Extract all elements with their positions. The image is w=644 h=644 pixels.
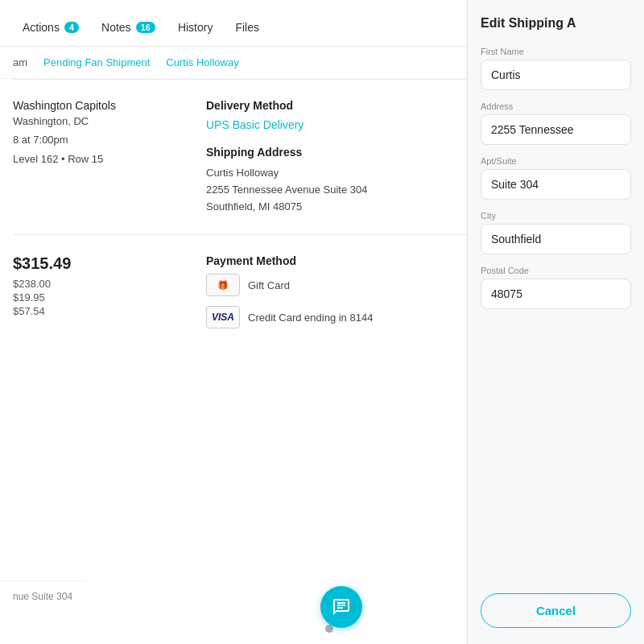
order-row: am Pending Fan Shipment Curtis Holloway [0,47,507,79]
tab-bar: Actions 4 Notes 16 History Files [0,0,507,47]
field-address: Address [481,101,631,145]
field-apt-suite: Apt/Suite [481,156,631,200]
input-address[interactable] [481,114,631,145]
price-line-2: $57.54 [13,305,174,317]
event-seating: Level 162 • Row 15 [13,150,174,168]
input-apt-suite[interactable] [481,169,631,200]
tab-notes[interactable]: Notes 16 [92,14,165,42]
delivery-method[interactable]: UPS Basic Delivery [206,118,494,131]
event-name: Washington Capitols [13,99,174,112]
main-content: Actions 4 Notes 16 History Files am Pend… [0,0,507,644]
visa-icon: VISA [206,306,240,328]
address-footer: nue Suite 304 [0,580,85,612]
order-agent[interactable]: Curtis Holloway [166,56,238,68]
event-date: 8 at 7:00pm [13,130,174,149]
price-line-1: $19.95 [13,291,174,303]
order-status[interactable]: Pending Fan Shipment [43,56,150,68]
price-line-0: $238.00 [13,278,174,290]
tab-files-label: Files [235,21,259,34]
tab-history[interactable]: History [168,14,223,42]
price-block: $315.49 $238.00 $19.95 $57.54 [13,254,174,338]
label-city: City [481,211,631,221]
field-city: City [481,211,631,254]
gift-card-label: Gift Card [248,279,290,291]
event-city: Washington, DC [13,112,174,130]
chat-icon [332,597,351,617]
payment-label: Payment Method [206,254,494,267]
edit-shipping-panel: Edit Shipping A First Name Address Apt/S… [467,0,644,644]
shipping-label: Shipping Address [206,146,494,159]
order-time: am [13,56,27,68]
label-address: Address [481,101,631,111]
field-first-name: First Name [481,47,631,90]
tab-actions[interactable]: Actions 4 [13,14,89,42]
payment-methods: Payment Method 🎁 Gift Card VISA Credit C… [206,254,494,338]
input-postal-code[interactable] [481,279,631,309]
label-postal-code: Postal Code [481,266,631,275]
shipping-name: Curtis Holloway [206,165,494,182]
order-detail: Washington Capitols Washington, DC 8 at … [0,80,507,234]
tab-notes-badge: 16 [136,22,155,33]
label-apt-suite: Apt/Suite [481,156,631,166]
tab-files[interactable]: Files [225,14,269,42]
shipping-line2: Southfield, MI 48075 [206,199,494,216]
shipping-line1: 2255 Tennessee Avenue Suite 304 [206,182,494,199]
tab-notes-label: Notes [101,21,131,34]
shipping-address: Curtis Holloway 2255 Tennessee Avenue Su… [206,165,494,215]
panel-title: Edit Shipping A [481,16,631,31]
delivery-label: Delivery Method [206,99,494,112]
input-city[interactable] [481,224,631,254]
payment-item-gift: 🎁 Gift Card [206,274,494,296]
credit-card-label: Credit Card ending in 8144 [248,312,373,324]
tab-actions-label: Actions [23,21,60,34]
gift-card-icon: 🎁 [206,274,240,296]
input-first-name[interactable] [481,60,631,90]
label-first-name: First Name [481,47,631,56]
delivery-shipping-col: Delivery Method UPS Basic Delivery Shipp… [206,99,494,215]
chat-button[interactable] [320,586,362,628]
event-col: Washington Capitols Washington, DC 8 at … [13,99,174,215]
payment-item-visa: VISA Credit Card ending in 8144 [206,306,494,328]
cancel-button[interactable]: Cancel [481,593,631,628]
payment-section: $315.49 $238.00 $19.95 $57.54 Payment Me… [0,235,507,357]
total-price: $315.49 [13,254,174,273]
tab-history-label: History [178,21,213,34]
field-postal-code: Postal Code [481,266,631,309]
tab-actions-badge: 4 [64,22,79,33]
